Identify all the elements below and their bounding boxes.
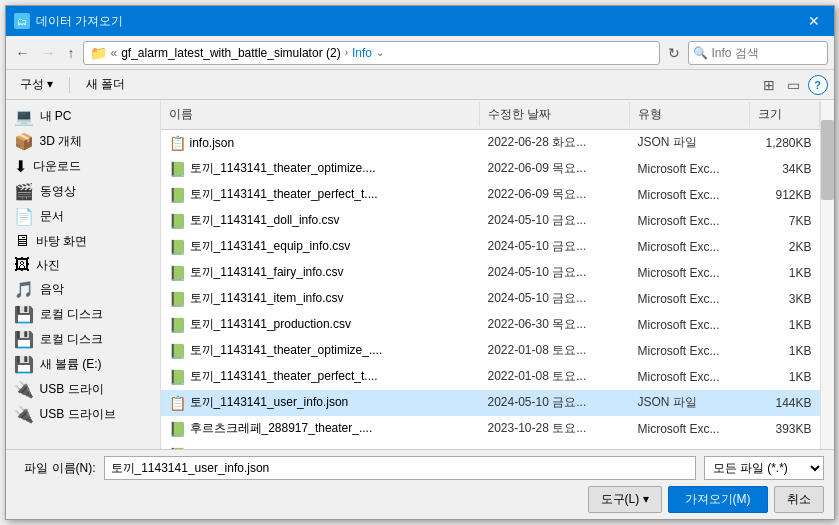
address-part-current: Info: [352, 46, 372, 60]
back-button[interactable]: ←: [12, 43, 34, 63]
cell-name: 📋 info.json: [161, 131, 480, 154]
file-name: 토끼_1143141_production.csv: [190, 316, 351, 333]
folder-icon: 📁: [90, 45, 107, 61]
scroll-thumb[interactable]: [821, 120, 834, 200]
sidebar-icon-usb1: 🔌: [14, 380, 34, 399]
bottom-area: 파일 이름(N): 모든 파일 (*.*) 도구(L) ▾ 가져오기(M) 취소: [6, 449, 834, 519]
file-name: 토끼_1143141_item_info.csv: [190, 290, 344, 307]
cancel-button[interactable]: 취소: [774, 486, 824, 513]
sidebar-item-music[interactable]: 🎵음악: [6, 277, 160, 302]
compose-button[interactable]: 구성 ▾: [12, 73, 61, 96]
filetype-combo[interactable]: 모든 파일 (*.*): [704, 456, 824, 480]
file-name: 토끼_1143141_equip_info.csv: [190, 238, 351, 255]
cell-type: Microsoft Exc...: [630, 417, 750, 440]
table-row[interactable]: 📗 토끼_1143141_doll_info.csv 2024-05-10 금요…: [161, 208, 820, 234]
file-name: 토끼_1143141_fairy_info.csv: [190, 264, 344, 281]
table-row[interactable]: 📗 토끼_1143141_production.csv 2022-06-30 목…: [161, 312, 820, 338]
sidebar-item-local2[interactable]: 💾로컬 디스크: [6, 327, 160, 352]
col-name[interactable]: 이름: [161, 102, 480, 127]
file-icon: 📗: [169, 213, 186, 229]
search-icon: 🔍: [693, 46, 708, 60]
file-icon: 📗: [169, 421, 186, 437]
cell-type: Microsoft Exc...: [630, 183, 750, 206]
table-row[interactable]: 📗 토끼_1143141_theater_optimize.... 2022-0…: [161, 156, 820, 182]
sidebar-label-local2: 로컬 디스크: [40, 331, 103, 348]
help-button[interactable]: ?: [808, 75, 828, 95]
sidebar-item-documents[interactable]: 📄문서: [6, 204, 160, 229]
scrollbar[interactable]: [820, 100, 834, 449]
sidebar-icon-local2: 💾: [14, 330, 34, 349]
table-row[interactable]: 📗 토끼_1143141_fairy_info.csv 2024-05-10 금…: [161, 260, 820, 286]
cell-date: 2024-05-10 금요...: [480, 391, 630, 414]
filename-input[interactable]: [104, 456, 696, 480]
tools-button[interactable]: 도구(L) ▾: [588, 486, 662, 513]
forward-button[interactable]: →: [38, 43, 60, 63]
sidebar-item-local1[interactable]: 💾로컬 디스크: [6, 302, 160, 327]
sidebar-label-usb1: USB 드라이: [40, 381, 104, 398]
sidebar-item-videos[interactable]: 🎬동영상: [6, 179, 160, 204]
table-row[interactable]: 📗 토끼_1143141_theater_perfect_t.... 2022-…: [161, 182, 820, 208]
file-name: 토끼_1143141_doll_info.csv: [190, 212, 340, 229]
file-icon: 📋: [169, 135, 186, 151]
col-type[interactable]: 유형: [630, 102, 750, 127]
sidebar-item-downloads[interactable]: ⬇다운로드: [6, 154, 160, 179]
sidebar-icon-local1: 💾: [14, 305, 34, 324]
sidebar-icon-3d: 📦: [14, 132, 34, 151]
sidebar-item-desktop[interactable]: 🖥바탕 화면: [6, 229, 160, 253]
table-row[interactable]: 📋 info.json 2022-06-28 화요... JSON 파일 1,2…: [161, 130, 820, 156]
table-row[interactable]: 📋 토끼_1143141_user_info.json 2024-05-10 금…: [161, 390, 820, 416]
file-icon: 📗: [169, 161, 186, 177]
cell-name: 📗 토끼_1143141_theater_perfect_t....: [161, 183, 480, 206]
cell-type: Microsoft Exc...: [630, 365, 750, 388]
title-bar-controls: ✕: [802, 12, 826, 30]
table-row[interactable]: 📗 토끼_1143141_theater_perfect_t.... 2022-…: [161, 364, 820, 390]
file-icon: 📋: [169, 395, 186, 411]
view-grid-button[interactable]: ⊞: [759, 75, 779, 95]
sidebar-item-usb1[interactable]: 🔌USB 드라이: [6, 377, 160, 402]
table-row[interactable]: 📗 후르츠크레페_288917_theater_.... 2023-10-28 …: [161, 442, 820, 449]
cell-date: 2024-05-10 금요...: [480, 287, 630, 310]
cell-type: Microsoft Exc...: [630, 287, 750, 310]
cell-date: 2022-01-08 토요...: [480, 365, 630, 388]
cell-type: Microsoft Exc...: [630, 157, 750, 180]
address-bar: ← → ↑ 📁 « gf_alarm_latest_with_battle_si…: [6, 36, 834, 70]
up-button[interactable]: ↑: [64, 43, 79, 63]
close-button[interactable]: ✕: [802, 12, 826, 30]
cell-name: 📗 토끼_1143141_production.csv: [161, 313, 480, 336]
address-separator: «: [111, 46, 118, 60]
cell-size: 912KB: [750, 183, 820, 206]
sidebar-item-new_vol[interactable]: 💾새 볼륨 (E:): [6, 352, 160, 377]
search-input[interactable]: [712, 46, 823, 60]
address-box[interactable]: 📁 « gf_alarm_latest_with_battle_simulato…: [83, 41, 660, 65]
table-row[interactable]: 📗 토끼_1143141_item_info.csv 2024-05-10 금요…: [161, 286, 820, 312]
sidebar-icon-mypc: 💻: [14, 107, 34, 126]
sidebar-label-desktop: 바탕 화면: [36, 233, 87, 250]
sidebar-item-usb2[interactable]: 🔌USB 드라이브: [6, 402, 160, 427]
cell-type: Microsoft Exc...: [630, 235, 750, 258]
search-box[interactable]: 🔍: [688, 41, 828, 65]
sidebar-item-3d[interactable]: 📦3D 개체: [6, 129, 160, 154]
table-row[interactable]: 📗 토끼_1143141_equip_info.csv 2024-05-10 금…: [161, 234, 820, 260]
cell-size: 7KB: [750, 209, 820, 232]
table-row[interactable]: 📗 토끼_1143141_theater_optimize_.... 2022-…: [161, 338, 820, 364]
file-name: 토끼_1143141_user_info.json: [190, 394, 349, 411]
sidebar-label-music: 음악: [40, 281, 64, 298]
sidebar-item-pictures[interactable]: 🖼사진: [6, 253, 160, 277]
sidebar-item-mypc[interactable]: 💻내 PC: [6, 104, 160, 129]
col-size[interactable]: 크기: [750, 102, 820, 127]
cell-size: 1KB: [750, 261, 820, 284]
col-date[interactable]: 수정한 날짜: [480, 102, 630, 127]
cell-date: 2023-10-28 토요...: [480, 417, 630, 440]
sidebar-icon-music: 🎵: [14, 280, 34, 299]
view-pane-button[interactable]: ▭: [783, 75, 804, 95]
file-icon: 📗: [169, 265, 186, 281]
cell-name: 📗 토끼_1143141_theater_perfect_t....: [161, 365, 480, 388]
sidebar-icon-new_vol: 💾: [14, 355, 34, 374]
new-folder-button[interactable]: 새 폴더: [78, 73, 133, 96]
sidebar-icon-downloads: ⬇: [14, 157, 27, 176]
table-row[interactable]: 📗 후르츠크레페_288917_theater_.... 2023-10-28 …: [161, 416, 820, 442]
open-button[interactable]: 가져오기(M): [668, 486, 768, 513]
cell-name: 📗 토끼_1143141_doll_info.csv: [161, 209, 480, 232]
refresh-button[interactable]: ↻: [664, 43, 684, 63]
cell-name: 📗 토끼_1143141_fairy_info.csv: [161, 261, 480, 284]
